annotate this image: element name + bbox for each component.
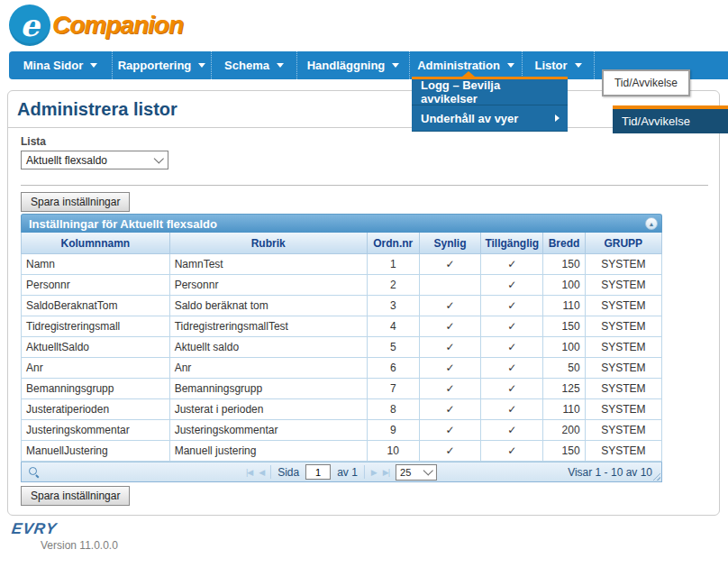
lista-select-value: Aktuellt flexsaldo xyxy=(26,154,107,167)
table-row[interactable]: NamnNamnTest1✓✓150SYSTEM xyxy=(22,254,662,275)
menu-item-underh-ll-av-vyer[interactable]: Underhåll av vyer xyxy=(412,105,568,132)
table-cell: SYSTEM xyxy=(585,254,661,275)
save-settings-button-bottom[interactable]: Spara inställningar xyxy=(21,486,130,506)
column-header-rubrik[interactable]: Rubrik xyxy=(169,233,367,254)
table-row[interactable]: TidregistreringsmallTidregistreringsmall… xyxy=(22,316,662,337)
search-icon[interactable] xyxy=(28,466,40,478)
version-text: Version 11.0.0.0 xyxy=(41,539,118,552)
column-header-kolumnnamn[interactable]: Kolumnnamn xyxy=(22,233,170,254)
sida-label: Sida xyxy=(278,466,299,479)
table-cell: Anr xyxy=(22,358,170,379)
table-row[interactable]: AktuelltSaldoAktuellt saldo5✓✓100SYSTEM xyxy=(22,337,662,358)
first-page-icon[interactable]: |◀ xyxy=(246,468,252,477)
column-header-ordn-nr[interactable]: Ordn.nr xyxy=(367,233,419,254)
table-cell: 200 xyxy=(543,420,585,441)
table-cell: Justeringskommentar xyxy=(22,420,170,441)
lista-select[interactable]: Aktuellt flexsaldo xyxy=(21,151,168,169)
submenu-item-tid-avvikelse[interactable]: Tid/Avvikelse xyxy=(613,109,728,133)
nav-item-handl-ggning[interactable]: Handläggning xyxy=(297,51,410,79)
table-cell: SYSTEM xyxy=(585,420,661,441)
table-cell: SYSTEM xyxy=(585,441,661,462)
nav-item-label: Handläggning xyxy=(307,59,386,72)
table-cell: 150 xyxy=(543,254,585,275)
table-cell: 6 xyxy=(367,358,419,379)
table-header-row: KolumnnamnRubrikOrdn.nrSynligTillgänglig… xyxy=(22,233,662,254)
table-cell: Bemanningsgrupp xyxy=(169,379,367,399)
table-cell xyxy=(419,275,480,296)
table-cell: SaldoBeraknatTom xyxy=(22,296,170,316)
chevron-down-icon xyxy=(423,465,433,475)
table-cell: SYSTEM xyxy=(585,296,661,316)
nav-item-listor[interactable]: Listor xyxy=(523,51,595,79)
grid-resize-handle[interactable] xyxy=(651,472,660,481)
table-cell: 110 xyxy=(543,399,585,420)
menu-item-logg-bevilja-avvikelser[interactable]: Logg – Bevilja avvikelser xyxy=(412,79,568,105)
table-cell: ✓ xyxy=(481,254,543,275)
table-cell: ✓ xyxy=(481,275,543,296)
table-cell: NamnTest xyxy=(169,254,367,275)
table-cell: 50 xyxy=(543,358,585,379)
table-cell: SYSTEM xyxy=(585,275,661,296)
table-row[interactable]: JusteratiperiodenJusterat i perioden8✓✓1… xyxy=(22,399,662,420)
table-cell: ✓ xyxy=(419,441,480,462)
administration-dropdown-menu: Logg – Bevilja avvikelserUnderhåll av vy… xyxy=(412,79,568,132)
page-size-select[interactable]: 25 xyxy=(396,464,437,481)
table-cell: Bemanningsgrupp xyxy=(22,379,170,399)
table-cell: ✓ xyxy=(419,296,480,316)
table-cell: 5 xyxy=(367,337,419,358)
table-cell: AktuelltSaldo xyxy=(22,337,170,358)
table-cell: Manuell justering xyxy=(169,441,367,462)
av-label: av 1 xyxy=(337,466,358,479)
table-cell: ✓ xyxy=(419,254,480,275)
table-cell: ✓ xyxy=(481,379,543,399)
table-cell: SYSTEM xyxy=(585,379,661,399)
last-page-icon[interactable]: ▶| xyxy=(383,468,389,477)
chevron-down-icon xyxy=(507,63,514,68)
logo-text: Companion xyxy=(52,11,183,40)
chevron-down-icon xyxy=(198,63,205,68)
nav-item-label: Schema xyxy=(224,59,269,72)
grid-pager-bar: |◀ ◀ Sida av 1 ▶ ▶| 25 Visar 1 - 10 av 1… xyxy=(21,462,662,482)
column-header-bredd[interactable]: Bredd xyxy=(543,233,585,254)
nav-item-label: Listor xyxy=(534,59,567,72)
table-cell: Namn xyxy=(22,254,170,275)
save-settings-button-top[interactable]: Spara inställningar xyxy=(21,192,130,212)
page-number-input[interactable] xyxy=(305,464,331,480)
table-cell: ✓ xyxy=(481,441,543,462)
table-cell: Justerat i perioden xyxy=(169,399,367,420)
column-header-grupp[interactable]: GRUPP xyxy=(585,233,661,254)
table-cell: 7 xyxy=(367,379,419,399)
pager: |◀ ◀ Sida av 1 ▶ ▶| 25 xyxy=(246,464,437,481)
next-page-icon[interactable]: ▶ xyxy=(371,468,377,477)
nav-item-label: Rapportering xyxy=(118,59,192,72)
settings-table: KolumnnamnRubrikOrdn.nrSynligTillgänglig… xyxy=(21,233,662,462)
chevron-down-icon xyxy=(277,63,284,68)
table-cell: 150 xyxy=(543,316,585,337)
lista-field: Lista Aktuellt flexsaldo xyxy=(21,135,168,169)
table-cell: Justeringskommentar xyxy=(169,420,367,441)
table-cell: ✓ xyxy=(481,316,543,337)
records-info: Visar 1 - 10 av 10 xyxy=(568,466,652,479)
table-cell: Personnr xyxy=(22,275,170,296)
previous-page-icon[interactable]: ◀ xyxy=(259,468,264,477)
table-row[interactable]: BemanningsgruppBemanningsgrupp7✓✓125SYST… xyxy=(22,379,662,399)
table-cell: ✓ xyxy=(419,420,480,441)
table-cell: SYSTEM xyxy=(585,358,661,379)
table-row[interactable]: SaldoBeraknatTomSaldo beräknat tom3✓✓110… xyxy=(22,296,662,316)
table-cell: ✓ xyxy=(481,358,543,379)
table-row[interactable]: JusteringskommentarJusteringskommentar9✓… xyxy=(22,420,662,441)
grid-title-bar: Inställningar för Aktuellt flexsaldo ▲ xyxy=(21,214,662,233)
table-row[interactable]: PersonnrPersonnr2✓100SYSTEM xyxy=(22,275,662,296)
column-header-tillg-nglig[interactable]: Tillgänglig xyxy=(481,233,543,254)
table-cell: 10 xyxy=(367,441,419,462)
nav-item-mina-sidor[interactable]: Mina Sidor xyxy=(9,51,113,79)
table-cell: ✓ xyxy=(419,379,480,399)
table-row[interactable]: ManuellJusteringManuell justering10✓✓150… xyxy=(22,441,662,462)
nav-item-schema[interactable]: Schema xyxy=(212,51,297,79)
collapse-grid-icon[interactable]: ▲ xyxy=(645,217,658,230)
column-header-synlig[interactable]: Synlig xyxy=(419,233,480,254)
nav-item-rapportering[interactable]: Rapportering xyxy=(113,51,212,79)
table-cell: Tidregistreringsmall xyxy=(22,316,170,337)
table-row[interactable]: AnrAnr6✓✓50SYSTEM xyxy=(22,358,662,379)
table-cell: ✓ xyxy=(481,296,543,316)
